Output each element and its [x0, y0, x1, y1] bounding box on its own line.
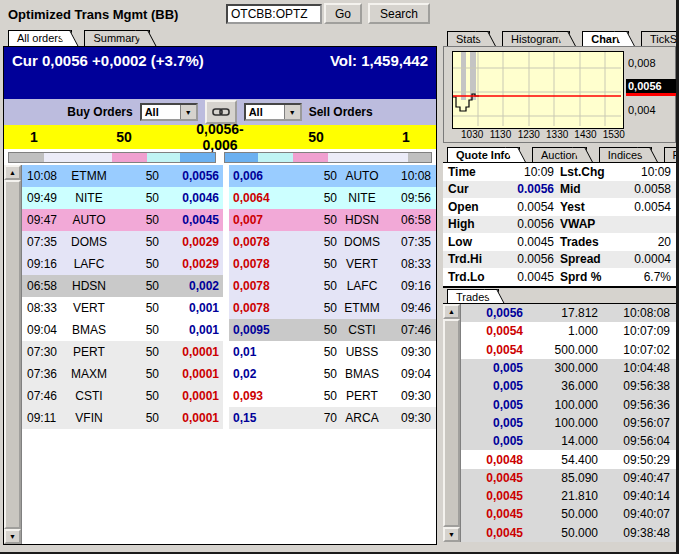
tab-tickscope[interactable]: TickScope [641, 31, 679, 47]
order-book-row[interactable]: 09:04BMAS500,0010,009550CSTI07:46 [22, 319, 436, 341]
scroll-up-icon[interactable]: ▲ [4, 165, 21, 180]
order-book-panel: Cur 0,0056 +0,0002 (+3.7%) Vol: 1,459,44… [3, 46, 437, 545]
order-book-row[interactable]: 07:46CSTI500,00010,09350PERT09:30 [22, 385, 436, 407]
order-book-row[interactable]: 10:08ETMM500,00560,00650AUTO10:08 [22, 165, 436, 187]
trade-row[interactable]: 0,00514.00009:56:04 [461, 432, 676, 450]
tab-stats[interactable]: Stats [447, 31, 490, 47]
ask-size: 50 [303, 323, 337, 337]
trade-time: 09:40:47 [602, 471, 676, 485]
scrollbar-thumb[interactable] [443, 319, 460, 527]
trade-size: 14.000 [523, 434, 602, 448]
bid-size: 50 [113, 169, 159, 183]
scrollbar-thumb[interactable] [4, 180, 21, 529]
trade-row[interactable]: 0,004854.40009:50:29 [461, 450, 676, 468]
order-book-row[interactable]: 06:58HDSN500,0020,007850LAFC09:16 [22, 275, 436, 297]
quote-label: Cur [448, 182, 498, 196]
ask-price: 0,0078 [229, 301, 303, 315]
quote-label: Spread [560, 252, 616, 266]
bid-size: 50 [113, 323, 159, 337]
trades-area: ▲ ▼ 0,005617.81210:08:080,00541.00010:07… [443, 303, 676, 542]
order-book-row[interactable]: 07:35DOMS500,00290,007850DOMS07:35 [22, 231, 436, 253]
order-book-row[interactable]: 08:33VERT500,0010,007850ETMM09:46 [22, 297, 436, 319]
tab-indices[interactable]: Indices [599, 147, 652, 163]
trade-row[interactable]: 0,0054500.00010:07:02 [461, 341, 676, 359]
trade-row[interactable]: 0,004521.81009:40:14 [461, 487, 676, 505]
scroll-up-icon[interactable]: ▲ [443, 304, 460, 319]
tab-chart[interactable]: Chart [582, 31, 629, 47]
trade-time: 09:40:07 [602, 507, 676, 521]
trade-row[interactable]: 0,00536.00009:56:38 [461, 377, 676, 395]
quote-value: 0.0056 [498, 217, 560, 231]
tab-quote-info[interactable]: Quote Info [447, 147, 520, 163]
order-book-row[interactable]: 07:36MAXM500,00010,0250BMAS09:04 [22, 363, 436, 385]
bid-price: 0,0045 [159, 213, 223, 227]
scroll-down-icon[interactable]: ▼ [443, 527, 460, 542]
quote-label: High [448, 217, 498, 231]
bid-size: 50 [113, 345, 159, 359]
depth-segment [258, 153, 293, 162]
ask-time: 07:35 [387, 235, 436, 249]
ask-time: 09:30 [387, 389, 436, 403]
quote-label: Lst.Chg [560, 165, 616, 179]
trade-size: 85.090 [523, 471, 602, 485]
tab-auction[interactable]: Auction [532, 147, 587, 163]
bid-side: 09:47AUTO500,0045 [22, 209, 223, 231]
bid-price: 0,001 [159, 323, 223, 337]
bid-depth-bar [8, 152, 216, 163]
trade-row[interactable]: 0,004550.00009:40:07 [461, 505, 676, 523]
order-book-row[interactable]: 09:47AUTO500,00450,00750HDSN06:58 [22, 209, 436, 231]
trade-row[interactable]: 0,004585.09009:40:47 [461, 469, 676, 487]
trade-time: 09:38:48 [602, 526, 676, 540]
search-button[interactable]: Search [368, 3, 430, 24]
trade-row[interactable]: 0,00541.00010:07:09 [461, 322, 676, 340]
quote-value: 20 [616, 235, 671, 249]
ask-size: 70 [303, 411, 337, 425]
scrollbar-track[interactable] [4, 180, 21, 529]
bid-side: 09:49NITE500,0046 [22, 187, 223, 209]
symbol-input[interactable] [226, 4, 322, 24]
order-book-row[interactable]: 09:16LAFC500,00290,007850VERT08:33 [22, 253, 436, 275]
depth-segment [225, 153, 258, 162]
trade-row[interactable]: 0,005617.81210:08:08 [461, 304, 676, 322]
bid-market-maker: BMAS [65, 323, 113, 337]
quote-info-row: High0.0056VWAP [443, 216, 676, 234]
ask-market-maker: HDSN [337, 213, 387, 227]
tab-summary[interactable]: Summary [84, 30, 149, 46]
scrollbar-track[interactable] [443, 319, 460, 527]
bid-ask-spread: 0,0056-0,006 [184, 121, 256, 153]
ask-market-maker: CSTI [337, 323, 387, 337]
ask-side: 0,007850VERT08:33 [229, 253, 436, 275]
volume: Vol: 1,459,442 [330, 52, 428, 99]
tab-all-orders[interactable]: All orders [8, 30, 72, 46]
chevron-down-icon[interactable]: ▼ [180, 105, 196, 119]
tab-histogram[interactable]: Histogram [502, 31, 570, 47]
order-book-row[interactable]: 09:11VFIN500,00010,1570ARCA09:30 [22, 407, 436, 429]
x-axis-tick: 1330 [543, 129, 571, 140]
trade-price: 0,005 [461, 416, 523, 430]
order-book-row[interactable]: 07:30PERT500,00010,0150UBSS09:30 [22, 341, 436, 363]
trade-row[interactable]: 0,005100.00009:56:36 [461, 395, 676, 413]
bid-time: 09:16 [22, 257, 65, 271]
bid-size: 50 [113, 367, 159, 381]
trade-price: 0,0054 [461, 324, 523, 338]
trades-scrollbar[interactable]: ▲ ▼ [443, 304, 461, 542]
buy-filter-dropdown[interactable]: All ▼ [140, 103, 198, 121]
depth-segment [328, 153, 408, 162]
scroll-down-icon[interactable]: ▼ [4, 529, 21, 544]
order-book-row[interactable]: 09:49NITE500,00460,006450NITE09:56 [22, 187, 436, 209]
trade-row[interactable]: 0,005100.00009:56:07 [461, 414, 676, 432]
bid-size: 50 [113, 389, 159, 403]
order-book-area: ▲ ▼ 10:08ETMM500,00560,00650AUTO10:0809:… [4, 165, 436, 544]
depth-segment [293, 153, 328, 162]
go-button[interactable]: Go [324, 3, 362, 24]
bid-side: 07:30PERT500,0001 [22, 341, 223, 363]
sell-filter-dropdown[interactable]: All ▼ [244, 103, 302, 121]
bid-market-maker: NITE [65, 191, 113, 205]
trade-row[interactable]: 0,004550.00009:38:48 [461, 524, 676, 542]
order-book-scrollbar[interactable]: ▲ ▼ [4, 165, 22, 544]
chevron-down-icon[interactable]: ▼ [284, 105, 300, 119]
trade-size: 1.000 [523, 324, 602, 338]
bid-price: 0,0001 [159, 367, 223, 381]
trade-row[interactable]: 0,005300.00010:04:48 [461, 359, 676, 377]
quote-value: 0.0056 [498, 182, 560, 196]
